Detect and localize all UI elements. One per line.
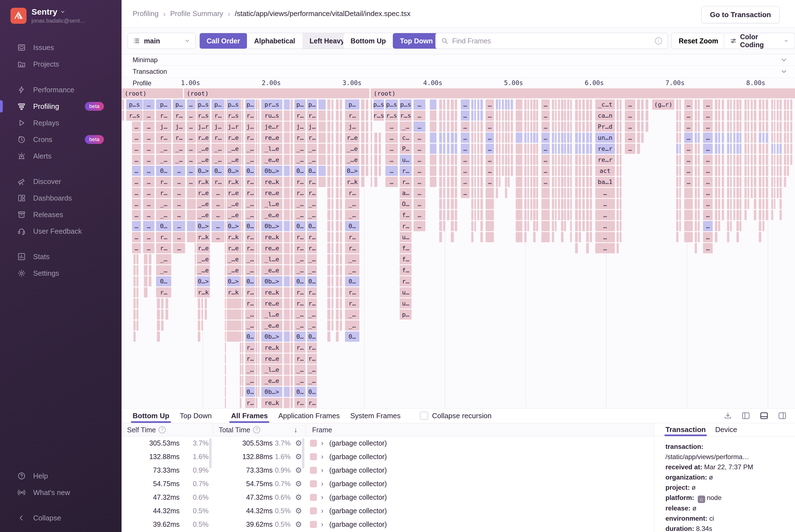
segment-alphabetical[interactable]: Alphabetical <box>247 33 302 49</box>
flame-cell[interactable] <box>561 99 564 110</box>
flame-cell[interactable] <box>527 111 529 121</box>
flame-cell[interactable] <box>502 144 504 154</box>
flame-cell[interactable] <box>771 133 773 143</box>
flame-cell[interactable] <box>499 133 500 143</box>
flame-cell[interactable] <box>695 133 697 143</box>
flame-cell[interactable] <box>536 210 538 220</box>
flame-cell[interactable] <box>744 111 747 121</box>
flame-cell[interactable]: … <box>684 155 693 165</box>
flame-cell[interactable] <box>679 133 681 143</box>
flame-cell[interactable] <box>255 365 258 375</box>
flame-cell[interactable] <box>561 232 564 242</box>
flame-cell[interactable] <box>225 254 226 264</box>
flame-cell[interactable] <box>133 298 136 308</box>
flame-cell[interactable] <box>284 111 290 121</box>
flame-cell[interactable] <box>319 111 326 121</box>
flame-cell[interactable]: … <box>385 166 398 176</box>
flame-cell[interactable] <box>447 188 450 198</box>
sidebar-item-discover[interactable]: Discover <box>0 173 121 190</box>
flame-cell[interactable] <box>447 177 450 187</box>
flame-cell[interactable] <box>255 99 258 110</box>
flame-cell[interactable] <box>336 232 339 242</box>
flame-cell[interactable] <box>336 144 339 154</box>
flame-cell[interactable]: … <box>595 188 615 198</box>
flame-cell[interactable] <box>379 144 381 154</box>
flame-cell[interactable] <box>161 320 163 331</box>
flame-cell[interactable] <box>195 254 196 264</box>
flame-cell[interactable]: _…e <box>197 155 210 165</box>
flame-cell[interactable] <box>570 111 572 121</box>
flame-cell[interactable]: 0b…> <box>261 276 282 286</box>
flame-cell[interactable] <box>340 320 342 331</box>
flame-cell[interactable] <box>258 254 259 264</box>
flame-cell[interactable] <box>730 188 732 198</box>
flame-cell[interactable] <box>722 155 724 165</box>
flame-cell[interactable] <box>474 99 476 110</box>
flame-cell[interactable] <box>617 99 619 110</box>
flame-cell[interactable] <box>790 111 793 121</box>
flame-cell[interactable] <box>676 155 678 165</box>
flame-cell[interactable] <box>443 210 445 220</box>
flame-cell[interactable] <box>530 177 532 187</box>
flame-cell[interactable]: … <box>132 121 141 132</box>
flame-cell[interactable]: p… <box>245 99 255 110</box>
flame-cell[interactable] <box>739 199 741 209</box>
flame-cell[interactable] <box>777 177 779 187</box>
flame-cell[interactable] <box>242 177 243 187</box>
flame-cell[interactable] <box>284 232 290 242</box>
flame-cell[interactable]: … <box>486 155 494 165</box>
flame-cell[interactable]: 0b…> <box>261 221 282 231</box>
flame-cell[interactable] <box>471 133 473 143</box>
flame-cell[interactable] <box>477 99 479 110</box>
flame-cell[interactable]: … <box>414 166 425 176</box>
flame-cell[interactable] <box>561 210 564 220</box>
flame-cell[interactable] <box>751 99 753 110</box>
flame-cell[interactable] <box>736 221 739 231</box>
flame-cell[interactable] <box>771 188 773 198</box>
layout-right-panel-icon[interactable] <box>778 411 787 420</box>
flame-cell[interactable] <box>284 343 290 353</box>
flame-cell[interactable] <box>430 133 436 143</box>
flame-cell[interactable] <box>586 99 589 110</box>
flame-cell[interactable]: … <box>486 99 494 110</box>
flame-cell[interactable] <box>561 133 564 143</box>
flame-cell[interactable] <box>747 166 749 176</box>
flame-cell[interactable]: r…k <box>197 287 210 298</box>
flame-cell[interactable] <box>676 199 678 209</box>
flame-cell[interactable] <box>695 177 697 187</box>
flame-cell[interactable]: r… <box>307 354 317 364</box>
flame-cell[interactable]: … <box>461 99 470 110</box>
flame-cell[interactable] <box>258 144 259 154</box>
flame-cell[interactable] <box>255 398 258 408</box>
flame-cell[interactable]: 0… <box>245 331 255 342</box>
flame-cell[interactable] <box>474 177 476 187</box>
flame-cell[interactable] <box>579 155 581 165</box>
flame-cell[interactable]: _e…e <box>261 376 282 386</box>
flame-cell[interactable] <box>290 177 293 187</box>
flame-cell[interactable] <box>766 99 768 110</box>
flame-cell[interactable] <box>371 111 372 121</box>
flame-cell[interactable] <box>327 265 330 276</box>
flame-cell[interactable] <box>447 121 450 132</box>
flame-cell[interactable] <box>774 121 775 132</box>
flame-cell[interactable] <box>284 354 290 364</box>
flame-cell[interactable] <box>361 166 364 176</box>
flame-cell[interactable] <box>505 188 508 198</box>
flame-cell[interactable] <box>582 166 585 176</box>
flame-cell[interactable] <box>366 111 368 121</box>
flame-cell[interactable] <box>508 177 510 187</box>
flame-cell[interactable] <box>242 188 243 198</box>
flame-cell[interactable] <box>567 210 569 220</box>
flame-cell[interactable] <box>733 166 736 176</box>
flame-cell[interactable]: r… <box>245 243 255 253</box>
flame-cell[interactable] <box>555 221 556 231</box>
flame-cell[interactable] <box>327 166 330 176</box>
flame-cell[interactable] <box>225 210 226 220</box>
flame-cell[interactable] <box>684 221 693 231</box>
flame-cell[interactable] <box>784 166 786 176</box>
flame-cell[interactable] <box>340 232 342 242</box>
flame-cell[interactable] <box>332 177 334 187</box>
flame-cell[interactable]: … <box>187 166 195 176</box>
flame-cell[interactable] <box>567 121 569 132</box>
flame-cell[interactable] <box>443 221 445 231</box>
